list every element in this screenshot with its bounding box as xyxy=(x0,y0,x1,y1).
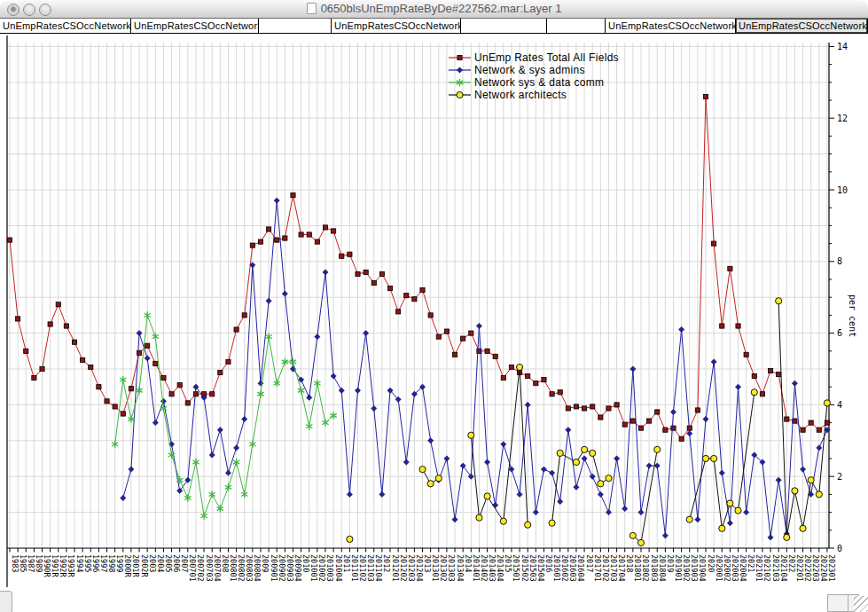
svg-text:201401: 201401 xyxy=(472,554,481,582)
svg-text:12: 12 xyxy=(837,114,848,123)
tab-empty-1[interactable] xyxy=(259,19,332,33)
tab-unemprates-5-selected[interactable]: UnEmpRatesCSOccNetwork xyxy=(736,19,868,33)
svg-text:2022: 2022 xyxy=(787,554,796,572)
svg-text:200801: 200801 xyxy=(229,554,238,582)
svg-text:202002: 202002 xyxy=(723,554,731,582)
svg-text:2001R: 2001R xyxy=(131,554,140,577)
svg-text:2010: 2010 xyxy=(301,554,310,572)
x-axis-labels: 19831985198719891990R1991R1992R1993R1994… xyxy=(11,554,837,582)
tab-unemprates-2[interactable]: UnEmpRatesCSOccNetwork xyxy=(131,19,259,33)
svg-text:201004: 201004 xyxy=(334,554,343,582)
tab-empty-3[interactable] xyxy=(547,19,606,33)
svg-text:202201: 202201 xyxy=(795,554,804,582)
svg-text:2017: 2017 xyxy=(585,554,594,572)
svg-text:201704: 201704 xyxy=(617,554,626,582)
svg-text:1989: 1989 xyxy=(35,554,43,572)
svg-text:201204: 201204 xyxy=(415,554,424,582)
svg-text:202203: 202203 xyxy=(811,554,820,582)
svg-text:201904: 201904 xyxy=(698,554,707,582)
svg-text:8: 8 xyxy=(837,256,842,266)
svg-text:201901: 201901 xyxy=(674,554,683,582)
svg-text:2008: 2008 xyxy=(221,554,230,572)
svg-text:201803: 201803 xyxy=(650,554,659,582)
svg-text:202001: 202001 xyxy=(715,554,723,582)
legend-item-2: Network & sys admins xyxy=(449,64,585,76)
series-network-sys-data-comm xyxy=(112,311,337,520)
svg-text:202003: 202003 xyxy=(731,554,739,582)
svg-text:200703: 200703 xyxy=(205,554,214,582)
svg-text:200903: 200903 xyxy=(285,554,294,582)
legend-item-4: Network architects xyxy=(449,89,567,101)
svg-text:2003: 2003 xyxy=(148,554,157,572)
unemployment-line-chart: 19831985198719891990R1991R1992R1993R1994… xyxy=(0,35,868,612)
svg-text:202202: 202202 xyxy=(803,554,812,582)
svg-text:2007: 2007 xyxy=(180,554,189,572)
svg-text:201701: 201701 xyxy=(593,554,602,582)
svg-text:2019: 2019 xyxy=(666,554,675,572)
window-title: 0650blsUnEmpRateByDe#227562.mar:Layer 1 xyxy=(321,2,562,15)
svg-text:2016: 2016 xyxy=(544,554,553,572)
tab-unemprates-3[interactable]: UnEmpRatesCSOccNetwork xyxy=(332,19,461,33)
svg-text:201501: 201501 xyxy=(512,554,520,582)
svg-text:201101: 201101 xyxy=(350,554,359,582)
svg-text:201602: 201602 xyxy=(560,554,569,582)
svg-text:201802: 201802 xyxy=(641,554,650,582)
svg-text:200702: 200702 xyxy=(196,554,205,582)
svg-text:202004: 202004 xyxy=(739,554,747,582)
tab-unemprates-1[interactable]: UnEmpRatesCSOccNetwork xyxy=(0,19,131,33)
svg-text:200803: 200803 xyxy=(245,554,254,582)
svg-text:201603: 201603 xyxy=(568,554,577,582)
svg-text:10: 10 xyxy=(837,185,848,195)
tab-empty-2[interactable] xyxy=(461,19,547,33)
svg-text:2018: 2018 xyxy=(625,554,634,572)
app-window: 0650blsUnEmpRateByDe#227562.mar:Layer 1 … xyxy=(0,0,868,612)
svg-text:2013: 2013 xyxy=(423,554,432,572)
svg-text:200704: 200704 xyxy=(213,554,222,582)
svg-text:201001: 201001 xyxy=(309,554,318,582)
svg-text:200901: 200901 xyxy=(270,554,278,582)
svg-text:4: 4 xyxy=(837,400,842,410)
scroll-corner-left[interactable] xyxy=(0,591,12,612)
y-axis-title: per cent xyxy=(848,294,857,337)
svg-text:201504: 201504 xyxy=(536,554,545,582)
svg-text:202101: 202101 xyxy=(755,554,763,582)
svg-text:201103: 201103 xyxy=(366,554,375,582)
svg-text:201104: 201104 xyxy=(374,554,383,582)
svg-text:6: 6 xyxy=(837,328,842,338)
svg-text:201902: 201902 xyxy=(682,554,691,582)
svg-text:201002: 201002 xyxy=(317,554,326,582)
tab-strip: UnEmpRatesCSOccNetwork UnEmpRatesCSOccNe… xyxy=(0,18,868,34)
svg-text:201402: 201402 xyxy=(480,554,489,582)
svg-text:200902: 200902 xyxy=(278,554,286,582)
title-bar[interactable]: 0650blsUnEmpRateByDe#227562.mar:Layer 1 xyxy=(0,0,868,19)
legend-label: Network & sys admins xyxy=(474,64,585,76)
legend-item-1: UnEmp Rates Total All Fields xyxy=(449,51,619,64)
resize-grip[interactable] xyxy=(854,596,868,612)
svg-text:202103: 202103 xyxy=(771,554,780,582)
svg-text:1998: 1998 xyxy=(107,554,116,572)
svg-text:201903: 201903 xyxy=(690,554,699,582)
svg-text:1996: 1996 xyxy=(91,554,100,572)
svg-text:1990R: 1990R xyxy=(43,554,51,577)
svg-text:201801: 201801 xyxy=(633,554,642,582)
tab-unemprates-4[interactable]: UnEmpRatesCSOccNetwork xyxy=(606,19,736,33)
window-title-wrap: 0650blsUnEmpRateByDe#227562.mar:Layer 1 xyxy=(0,0,868,18)
scroll-corner-cell[interactable] xyxy=(827,594,848,612)
legend: UnEmp Rates Total All FieldsNetwork & sy… xyxy=(449,51,619,101)
svg-text:2002R: 2002R xyxy=(140,554,149,577)
svg-text:200701: 200701 xyxy=(188,554,197,582)
svg-text:201304: 201304 xyxy=(456,554,465,582)
svg-text:200804: 200804 xyxy=(253,554,262,582)
legend-label: Network sys & data comm xyxy=(474,76,604,89)
svg-text:201601: 201601 xyxy=(552,554,561,582)
svg-text:2000R: 2000R xyxy=(123,554,132,577)
svg-text:1985: 1985 xyxy=(19,554,27,572)
svg-text:0: 0 xyxy=(837,544,842,553)
svg-text:201202: 201202 xyxy=(399,554,408,582)
svg-text:201503: 201503 xyxy=(528,554,537,582)
legend-label: Network architects xyxy=(474,89,567,101)
svg-text:201102: 201102 xyxy=(358,554,367,582)
svg-text:1983: 1983 xyxy=(11,554,20,572)
svg-text:2004: 2004 xyxy=(156,554,165,572)
svg-text:1993R: 1993R xyxy=(66,554,75,577)
